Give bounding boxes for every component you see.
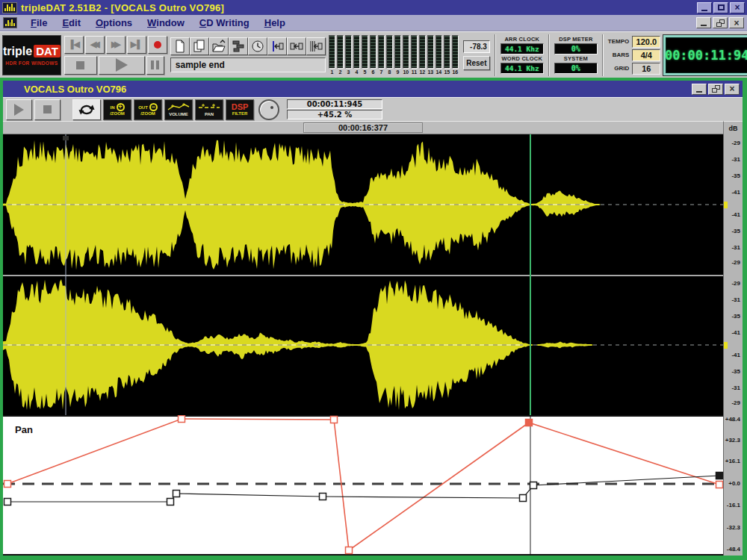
pan-handle[interactable] [716, 482, 723, 488]
minimize-icon [701, 10, 707, 11]
meter-channel-number: 16 [452, 69, 458, 75]
level-meter: 3 [345, 35, 352, 75]
scale-label: -29 [731, 140, 740, 146]
dsp-group: DSP METER 0% SYSTEM 0% [554, 36, 598, 74]
rewind-button[interactable]: ◀◀ [85, 36, 105, 54]
goto-start-marker-button[interactable] [267, 37, 287, 55]
mdi-minimize-button[interactable] [696, 17, 711, 28]
editor-restore-button[interactable] [708, 84, 723, 95]
minimize-icon [696, 91, 702, 93]
copy-file-button[interactable] [190, 37, 209, 55]
editor-close-button[interactable]: × [725, 84, 740, 95]
editor-stop-button[interactable] [34, 99, 61, 120]
loop-icon [77, 102, 96, 117]
skip-end-button[interactable]: ▶▌ [127, 36, 146, 54]
pan-bottom-border [3, 554, 723, 556]
bars-field[interactable]: 4/4 [632, 49, 660, 61]
menu-help[interactable]: Help [257, 16, 293, 30]
goto-center-marker-button[interactable] [287, 37, 306, 55]
grid-field[interactable]: 16 [632, 63, 660, 75]
fast-forward-button[interactable]: ▶▶ [106, 36, 125, 54]
level-meter-bar [419, 35, 426, 69]
sample-status-field[interactable]: sample end [170, 57, 326, 72]
copy-file-icon [193, 40, 206, 53]
waveform-right-channel-row: -29-31-35-41-41-35-31-29 [3, 275, 743, 415]
editor-play-button[interactable] [6, 99, 32, 120]
meter-channel-number: 11 [412, 69, 417, 75]
pan-envelope-button[interactable]: PAN [195, 99, 223, 120]
volume-envelope-button[interactable]: VOLUME [164, 99, 193, 120]
pan-handle[interactable] [4, 481, 11, 488]
level-meter-bar [329, 35, 335, 69]
dsp-filter-button[interactable]: DSP FILTER [226, 99, 254, 120]
reset-button[interactable]: Reset [463, 56, 490, 70]
level-meter: 8 [386, 35, 393, 75]
pan-handle[interactable] [526, 420, 533, 426]
mdi-child-icon[interactable] [3, 17, 17, 28]
skip-start-button[interactable]: ▐◀ [64, 36, 84, 54]
logo-text: triple [3, 45, 32, 58]
menu-cd-writing[interactable]: CD Writing [192, 16, 257, 30]
menu-edit[interactable]: Edit [55, 16, 88, 30]
ruler-time-display: 00:00:16:377 [303, 122, 423, 133]
zoom-in-button[interactable]: IN+ /ZOOM [103, 99, 131, 120]
mdi-close-button[interactable]: × [729, 17, 744, 28]
meter-channel-number: 6 [371, 69, 374, 75]
new-file-button[interactable] [170, 37, 190, 55]
app-waveform-icon[interactable] [2, 2, 17, 13]
open-file-button[interactable] [209, 37, 229, 55]
close-icon: × [734, 4, 740, 11]
tempo-field[interactable]: 120.0 [632, 36, 660, 48]
waveform-left-channel-row: -29-31-35-41-41-35-31-29 [3, 134, 743, 275]
clock-button[interactable] [248, 37, 267, 55]
timeline-ruler[interactable]: 00:00:16:377 [3, 121, 723, 134]
pan-scale: +48.4+32.3+16.1+0.0-16.1-32.3-48.4 [723, 415, 743, 556]
pan-handle[interactable] [167, 499, 174, 505]
loop-button[interactable] [72, 99, 101, 120]
goto-end-marker-button[interactable] [306, 37, 326, 55]
meter-channel-number: 4 [355, 69, 358, 75]
close-button[interactable]: × [730, 2, 745, 13]
mdi-restore-button[interactable] [713, 17, 728, 28]
marker-flag[interactable] [63, 136, 69, 140]
menu-options[interactable]: Options [88, 16, 140, 30]
level-meter: 12 [419, 35, 426, 75]
waveform-right-channel[interactable] [3, 275, 723, 415]
arrange-view-button[interactable] [229, 37, 248, 55]
play-button[interactable] [99, 56, 145, 75]
stop-button[interactable] [64, 56, 97, 75]
goto-end-marker-icon [309, 40, 323, 53]
scale-label: -31 [731, 385, 740, 391]
pan-handle[interactable] [320, 494, 326, 500]
pause-button[interactable] [146, 56, 164, 75]
minimize-button[interactable] [697, 2, 712, 13]
arrange-tracks-icon [232, 40, 245, 53]
meter-channel-number: 15 [444, 69, 450, 75]
pan-handle[interactable] [331, 417, 338, 423]
pan-handle[interactable] [173, 491, 180, 497]
editor-minimize-button[interactable] [692, 84, 707, 95]
menu-file[interactable]: File [23, 16, 55, 30]
waveform-left-channel[interactable] [3, 134, 723, 275]
pan-handle[interactable] [179, 416, 185, 423]
record-button[interactable] [148, 36, 167, 54]
scale-label: +48.4 [725, 417, 740, 423]
scale-label: -16.1 [727, 503, 740, 508]
menu-window[interactable]: Window [140, 16, 192, 30]
clock-icon [251, 40, 264, 53]
toolbar-separator [495, 34, 496, 76]
level-meter: 4 [353, 35, 360, 75]
level-meter: 13 [427, 35, 434, 75]
goto-start-marker-icon [270, 40, 284, 53]
pan-handle[interactable] [530, 482, 537, 489]
pan-handle[interactable] [716, 473, 723, 479]
maximize-button[interactable] [713, 2, 728, 13]
pan-handle[interactable] [4, 499, 11, 505]
scrub-knob[interactable] [258, 99, 279, 120]
zoom-out-button[interactable]: OUT− /ZOOM [134, 99, 162, 120]
level-meter-bar [386, 35, 393, 69]
pan-handle[interactable] [520, 495, 527, 502]
pan-handle[interactable] [346, 547, 353, 554]
level-meter-bar [353, 35, 360, 69]
pan-envelope-editor[interactable]: Pan [3, 415, 723, 556]
